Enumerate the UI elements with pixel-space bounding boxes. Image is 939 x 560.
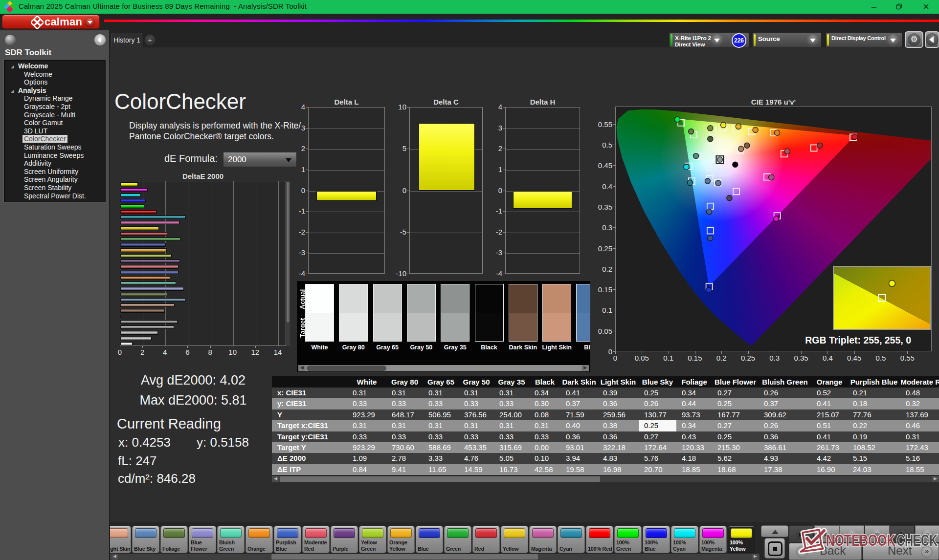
- transport-button-2[interactable]: ▪: [839, 525, 864, 542]
- patch-button-purplish-blue[interactable]: Purplish Blue: [274, 526, 301, 553]
- tree-item-screen-angularity[interactable]: Screen Angularity: [4, 175, 105, 184]
- transport-button-4[interactable]: ↻: [890, 525, 915, 542]
- tree-item-spectral-power-dist[interactable]: Spectral Power Dist.: [4, 192, 105, 200]
- bar-gray-50: [120, 325, 174, 329]
- patch-button-magenta[interactable]: Magenta: [529, 526, 557, 553]
- source-dropdown[interactable]: Source: [752, 32, 822, 48]
- stop-button[interactable]: [764, 538, 785, 559]
- patch-button-100-yellow[interactable]: 100% Yellow: [728, 526, 755, 553]
- patch-button-moderate-red[interactable]: Moderate Red: [302, 526, 330, 553]
- tree-item-screen-stability[interactable]: Screen Stability: [4, 184, 105, 192]
- minimize-button[interactable]: [863, 0, 885, 14]
- table-corner-cell: [272, 376, 347, 388]
- cie-measurement-dot: [769, 174, 774, 180]
- cie-ytick-0.5: 0.5: [591, 141, 612, 149]
- tree-item-options[interactable]: Options: [4, 78, 105, 86]
- patch-chip: [560, 528, 582, 538]
- patch-button-orange-yellow[interactable]: Orange Yellow: [387, 526, 415, 553]
- patch-button-blue[interactable]: Blue: [416, 526, 443, 553]
- patch-button-orange[interactable]: Orange: [246, 526, 273, 553]
- patch-button-light-skin[interactable]: Light Skin: [110, 526, 131, 553]
- tree-item-colorchecker[interactable]: ColorChecker: [4, 135, 105, 143]
- transport-button-0[interactable]: ▶: [789, 525, 814, 542]
- back-button[interactable]: «Back: [789, 543, 862, 560]
- cie-xtick-0.25: 0.25: [738, 354, 759, 362]
- scroll-right-icon[interactable]: ▶: [932, 476, 939, 482]
- patch-button-purple[interactable]: Purple: [331, 526, 358, 553]
- scroll-left-icon[interactable]: ◀: [298, 365, 306, 371]
- patch-button-100-cyan[interactable]: 100% Cyan: [671, 526, 698, 553]
- patch-button-100-blue[interactable]: 100% Blue: [643, 526, 670, 553]
- table-scrollbar[interactable]: ◀▶: [272, 476, 939, 482]
- toolbar-collapse-button[interactable]: [925, 31, 939, 48]
- expand-panel-button[interactable]: [761, 525, 788, 537]
- calman-menu-button[interactable]: calman: [2, 15, 100, 29]
- next-button[interactable]: Next»: [863, 543, 939, 560]
- patch-chip: [504, 528, 525, 538]
- patch-label: Yellow: [503, 546, 528, 552]
- de-formula-select[interactable]: 2000: [223, 152, 297, 167]
- scroll-left-icon[interactable]: ◀: [112, 554, 118, 560]
- patch-button-foliage[interactable]: Foliage: [160, 526, 188, 553]
- patch-scrollbar[interactable]: ◀▶: [110, 554, 760, 560]
- patch-button-100-magenta[interactable]: 100% Magenta: [699, 526, 727, 553]
- tree-item-screen-uniformity[interactable]: Screen Uniformity: [4, 168, 105, 176]
- tree-item-luminance-sweeps[interactable]: Luminance Sweeps: [4, 151, 105, 160]
- tree-item-welcome[interactable]: Welcome: [4, 62, 105, 70]
- window-title: Calman 2025 Calman Ultimate for Business…: [19, 2, 307, 10]
- table-cell[interactable]: 0.25: [639, 420, 676, 431]
- scroll-thumb[interactable]: [280, 476, 600, 482]
- add-tab-button[interactable]: +: [145, 35, 155, 45]
- workflow-orb-icon[interactable]: [5, 35, 16, 45]
- tree-item-color-gamut[interactable]: Color Gamut: [4, 119, 105, 127]
- patch-button-blue-sky[interactable]: Blue Sky: [132, 526, 159, 553]
- scroll-right-icon[interactable]: ▶: [581, 365, 589, 371]
- scroll-thumb[interactable]: [271, 554, 538, 560]
- transport-button-1[interactable]: ▶: [814, 525, 839, 542]
- meter-count-badge[interactable]: 226: [732, 33, 746, 48]
- tab-history-1[interactable]: History 1: [112, 33, 142, 47]
- patch-button-100-green[interactable]: 100% Green: [614, 526, 642, 553]
- meter-dropdown[interactable]: X-Rite i1Pro 2 Direct View 226: [669, 32, 749, 48]
- table-cell: 24.03: [848, 464, 900, 475]
- scroll-thumb[interactable]: [307, 366, 386, 371]
- tree-item-analysis[interactable]: Analysis: [4, 86, 105, 95]
- results-table: WhiteGray 80Gray 65Gray 50Gray 35BlackDa…: [272, 376, 939, 489]
- patch-button-red[interactable]: Red: [472, 526, 500, 553]
- scroll-right-icon[interactable]: ▶: [752, 554, 759, 560]
- transport-button-5[interactable]: ○: [915, 525, 939, 542]
- deltae-vertical-scrollbar[interactable]: [286, 181, 290, 346]
- table-cell: 261.73: [811, 442, 848, 453]
- restore-button[interactable]: [888, 0, 910, 14]
- deltae-chart-title: DeltaE 2000: [120, 172, 286, 180]
- table-cell: 0.33: [347, 398, 386, 409]
- table-cell: 0.26: [759, 420, 811, 431]
- patch-button-green[interactable]: Green: [444, 526, 471, 553]
- swatch-scrollbar[interactable]: ◀▶: [298, 365, 589, 371]
- transport-button-3[interactable]: ∞: [865, 525, 890, 542]
- sidebar-collapse-button[interactable]: [94, 34, 106, 45]
- swatch-gray-65: [373, 284, 402, 342]
- display-control-dropdown[interactable]: Direct Display Control: [826, 32, 902, 48]
- tree-item-dynamic-range[interactable]: Dynamic Range: [4, 94, 105, 103]
- scroll-left-icon[interactable]: ◀: [272, 476, 279, 482]
- patch-button-cyan[interactable]: Cyan: [558, 526, 585, 553]
- patch-label: Orange: [247, 546, 273, 552]
- tree-item-3d-lut[interactable]: 3D LUT: [4, 127, 105, 135]
- tree-item-welcome[interactable]: Welcome: [4, 70, 105, 79]
- deltae-xtick-8: 8: [204, 348, 216, 356]
- patch-button-100-red[interactable]: 100% Red: [586, 526, 613, 553]
- gridline: [410, 191, 482, 192]
- patch-button-bluish-green[interactable]: Bluish Green: [217, 526, 245, 553]
- cie-measurement-dot: [705, 178, 710, 184]
- patch-button-yellow-green[interactable]: Yellow Green: [359, 526, 386, 553]
- tree-item-additivity[interactable]: Additivity: [4, 159, 105, 168]
- patch-button-blue-flower[interactable]: Blue Flower: [189, 526, 216, 553]
- tree-item-saturation-sweeps[interactable]: Saturation Sweeps: [4, 143, 105, 151]
- tree-item-grayscale-multi[interactable]: Grayscale - Multi: [4, 111, 105, 119]
- table-cell: 259.56: [598, 409, 639, 420]
- patch-button-yellow[interactable]: Yellow: [501, 526, 528, 553]
- tree-item-grayscale-2pt[interactable]: Grayscale - 2pt: [4, 103, 105, 111]
- settings-button[interactable]: ⚙: [905, 31, 923, 48]
- close-button[interactable]: [915, 0, 937, 14]
